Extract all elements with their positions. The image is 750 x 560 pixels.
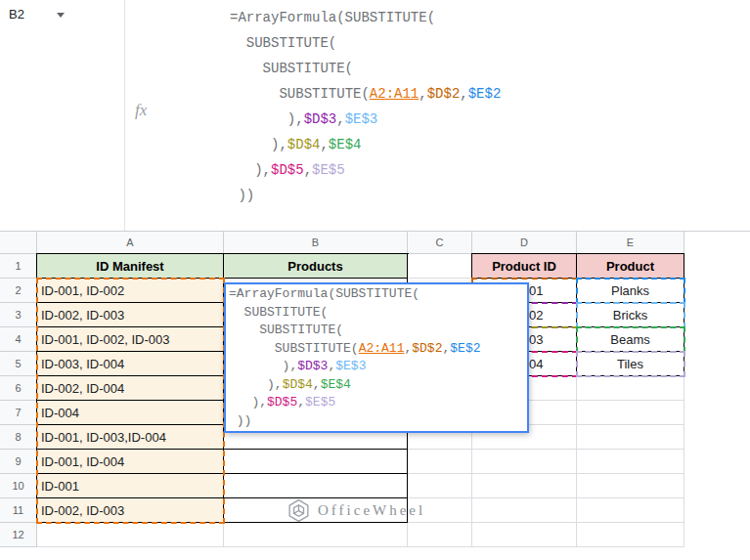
formula-reference-d3: $D$3 bbox=[304, 111, 337, 127]
cell-E4[interactable]: Beams bbox=[577, 327, 684, 352]
cell-E9[interactable] bbox=[577, 450, 684, 474]
formula-reference-e2: $E$2 bbox=[450, 341, 480, 356]
formula-line: SUBSTITUTE( bbox=[229, 322, 524, 340]
cell-E8[interactable] bbox=[577, 425, 684, 450]
formula-line: ),$D$3,$E$3 bbox=[230, 107, 501, 132]
formula-reference-d4: $D$4 bbox=[287, 137, 321, 152]
name-box-dropdown-icon[interactable] bbox=[57, 13, 65, 18]
formula-reference-d4: $D$4 bbox=[283, 377, 313, 392]
formula-text: , bbox=[313, 377, 321, 392]
cell-A10[interactable]: ID-001 bbox=[37, 474, 224, 498]
column-header-C[interactable]: C bbox=[408, 232, 472, 254]
column-header-A[interactable]: A bbox=[37, 232, 224, 254]
row-header-6[interactable]: 6 bbox=[0, 376, 37, 401]
formula-line: =ArrayFormula(SUBSTITUTE( bbox=[230, 5, 501, 30]
formula-text: , bbox=[419, 86, 426, 102]
row-header-8[interactable]: 8 bbox=[0, 425, 37, 450]
formula-reference-d3: $D$3 bbox=[297, 359, 328, 373]
cell-E3[interactable]: Bricks bbox=[577, 303, 684, 327]
cell-B10[interactable] bbox=[224, 474, 408, 498]
formula-line: SUBSTITUTE(A2:A11,$D$2,$E$2 bbox=[229, 340, 524, 359]
formula-reference-e5: $E$5 bbox=[312, 162, 345, 178]
cell-C9[interactable] bbox=[408, 450, 472, 474]
formula-bar-input[interactable]: =ArrayFormula(SUBSTITUTE( SUBSTITUTE( SU… bbox=[230, 5, 501, 208]
formula-text: SUBSTITUTE( bbox=[246, 35, 336, 51]
cell-D11[interactable] bbox=[472, 498, 577, 523]
fx-icon: fx bbox=[135, 101, 147, 120]
cell-D10[interactable] bbox=[472, 474, 577, 498]
row-header-10[interactable]: 10 bbox=[0, 474, 37, 498]
cell-C10[interactable] bbox=[408, 474, 472, 498]
formula-text: , bbox=[320, 137, 328, 152]
formula-line: SUBSTITUTE( bbox=[229, 304, 524, 323]
row-header-7[interactable]: 7 bbox=[0, 401, 37, 425]
cell-B9[interactable] bbox=[224, 450, 408, 474]
cell-A8[interactable]: ID-001, ID-003,ID-004 bbox=[37, 425, 224, 450]
google-sheets-app: B2 fx =ArrayFormula(SUBSTITUTE( SUBSTITU… bbox=[0, 0, 750, 560]
cell-E11[interactable] bbox=[577, 498, 684, 523]
cell-A2[interactable]: ID-001, ID-002 bbox=[37, 279, 224, 303]
formula-reference-d5: $D$5 bbox=[267, 395, 297, 409]
cell-E12[interactable] bbox=[577, 523, 684, 547]
officewheel-watermark: OfficeWheel bbox=[287, 498, 425, 523]
formula-reference-e3: $E$3 bbox=[345, 111, 378, 127]
cell-A3[interactable]: ID-002, ID-003 bbox=[37, 303, 224, 327]
cell-A9[interactable]: ID-001, ID-004 bbox=[37, 450, 224, 474]
cell-A7[interactable]: ID-004 bbox=[37, 401, 224, 425]
formula-text: ), bbox=[287, 111, 304, 127]
formula-text: =ArrayFormula(SUBSTITUTE( bbox=[229, 286, 419, 301]
cell-E10[interactable] bbox=[577, 474, 684, 498]
formula-reference-a: A2:A11 bbox=[359, 341, 405, 356]
cell-C12[interactable] bbox=[408, 523, 472, 547]
row-header-11[interactable]: 11 bbox=[0, 498, 37, 523]
row-header-1[interactable]: 1 bbox=[0, 254, 37, 279]
formula-reference-d2: $D$2 bbox=[412, 341, 442, 356]
row-header-4[interactable]: 4 bbox=[0, 327, 37, 352]
cell-A6[interactable]: ID-002, ID-004 bbox=[37, 376, 224, 401]
formula-bar-panel: B2 fx =ArrayFormula(SUBSTITUTE( SUBSTITU… bbox=[0, 0, 750, 232]
cell-D1[interactable]: Product ID bbox=[472, 254, 577, 279]
formula-text: , bbox=[336, 111, 344, 127]
row-header-12[interactable]: 12 bbox=[0, 523, 37, 547]
cell-A1[interactable]: ID Manifest bbox=[37, 254, 224, 279]
formula-text: ), bbox=[251, 395, 267, 409]
formula-line: =ArrayFormula(SUBSTITUTE( bbox=[229, 285, 524, 304]
formula-text: ), bbox=[283, 359, 298, 373]
cell-A12[interactable] bbox=[37, 523, 224, 547]
formula-text: ), bbox=[254, 162, 271, 178]
cell-editor-popup[interactable]: =ArrayFormula(SUBSTITUTE( SUBSTITUTE( SU… bbox=[224, 282, 529, 433]
formula-reference-e4: $E$4 bbox=[329, 137, 362, 152]
formula-text: SUBSTITUTE( bbox=[279, 86, 369, 102]
cell-B1[interactable]: Products bbox=[224, 254, 408, 279]
formula-text: )) bbox=[237, 413, 252, 428]
cell-E1[interactable]: Product bbox=[577, 254, 684, 279]
column-header-E[interactable]: E bbox=[577, 232, 684, 254]
row-header-3[interactable]: 3 bbox=[0, 303, 37, 327]
formula-text: SUBSTITUTE( bbox=[263, 61, 353, 76]
formula-line: ),$D$5,$E$5 bbox=[230, 157, 501, 183]
column-header-B[interactable]: B bbox=[224, 232, 408, 254]
cell-D9[interactable] bbox=[472, 450, 577, 474]
formula-reference-d2: $D$2 bbox=[427, 86, 461, 102]
column-header-D[interactable]: D bbox=[472, 232, 577, 254]
cell-A5[interactable]: ID-003, ID-004 bbox=[37, 352, 224, 376]
row-header-9[interactable]: 9 bbox=[0, 450, 37, 474]
row-header-5[interactable]: 5 bbox=[0, 352, 37, 376]
cell-B12[interactable] bbox=[224, 523, 408, 547]
cell-E7[interactable] bbox=[577, 401, 684, 425]
cell-D12[interactable] bbox=[472, 523, 577, 547]
formula-line: ),$D$3,$E$3 bbox=[229, 358, 524, 376]
cell-E2[interactable]: Planks bbox=[577, 279, 684, 303]
name-box[interactable]: B2 bbox=[0, 0, 124, 29]
cell-C1[interactable] bbox=[408, 254, 472, 279]
formula-line: ),$D$4,$E$4 bbox=[230, 132, 501, 157]
cell-editor-formula: =ArrayFormula(SUBSTITUTE( SUBSTITUTE( SU… bbox=[229, 285, 524, 430]
formula-text: ), bbox=[271, 137, 287, 152]
formula-line: ),$D$4,$E$4 bbox=[229, 376, 524, 395]
cell-E5[interactable]: Tiles bbox=[577, 352, 684, 376]
row-header-2[interactable]: 2 bbox=[0, 279, 37, 303]
cell-A4[interactable]: ID-001, ID-002, ID-003 bbox=[37, 327, 224, 352]
cell-A11[interactable]: ID-002, ID-003 bbox=[37, 498, 224, 523]
grid-corner[interactable] bbox=[0, 232, 37, 254]
cell-E6[interactable] bbox=[577, 376, 684, 401]
